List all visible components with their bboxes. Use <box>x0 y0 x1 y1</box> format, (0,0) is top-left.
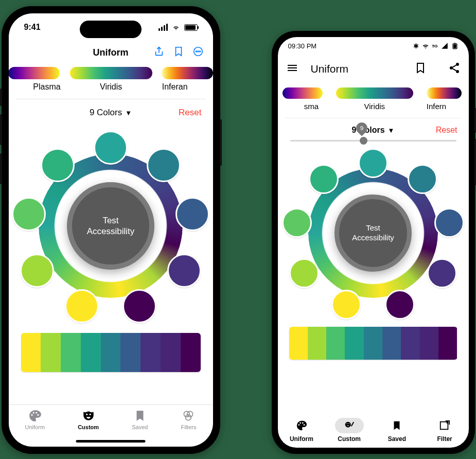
menu-button[interactable] <box>286 62 298 76</box>
swatch[interactable] <box>385 290 415 320</box>
swatch[interactable] <box>331 290 361 320</box>
bookmark-button[interactable] <box>414 62 427 76</box>
cellular-icon <box>158 24 168 31</box>
android-nav-bar: Uniform Custom Saved Filter <box>278 413 469 448</box>
wifi-icon <box>171 24 181 31</box>
palette-preview[interactable] <box>289 327 457 360</box>
battery-icon <box>184 24 198 31</box>
share-button[interactable] <box>153 46 165 59</box>
palette-preview[interactable] <box>21 333 201 372</box>
svg-point-13 <box>345 422 350 428</box>
reset-button[interactable]: Reset <box>436 126 457 135</box>
svg-point-12 <box>456 70 459 73</box>
gradient-carousel[interactable]: Plasma Viridis Inferan <box>9 64 213 92</box>
svg-point-11 <box>450 66 453 69</box>
tab-saved[interactable]: Saved <box>382 418 411 443</box>
gradient-inferno[interactable]: Inferan <box>162 67 188 92</box>
android-app-bar: Uniform <box>278 55 469 83</box>
swatch[interactable] <box>122 289 156 323</box>
tab-custom[interactable]: Custom <box>335 418 364 443</box>
tab-custom[interactable]: Custom <box>78 409 99 436</box>
brush-icon <box>344 420 355 431</box>
gradient-plasma[interactable]: Plasma <box>33 67 60 92</box>
battery-icon <box>451 42 459 49</box>
color-wheel: Test Accessibility <box>9 128 213 324</box>
swatch[interactable] <box>358 148 388 178</box>
mask-icon <box>82 409 95 422</box>
swatch[interactable] <box>408 164 437 194</box>
gradient-plasma[interactable]: sma <box>300 87 323 111</box>
svg-point-5 <box>187 411 193 417</box>
caret-down-icon: ▼ <box>125 109 132 117</box>
svg-rect-8 <box>453 44 456 48</box>
gradient-inferno[interactable]: Infern <box>427 87 446 111</box>
dynamic-island <box>80 21 142 38</box>
gradient-viridis[interactable]: Viridis <box>70 67 152 92</box>
gradient-carousel[interactable]: sma Viridis Infern <box>278 83 469 111</box>
ios-nav-bar: Uniform <box>9 41 213 64</box>
iphone-device-frame: 9:41 Uniform Plasma Viridis <box>2 6 220 454</box>
swatch[interactable] <box>167 254 201 288</box>
android-status-bar: 09:30 PM ✱ 5G <box>278 37 469 55</box>
status-time: 9:41 <box>24 23 41 32</box>
svg-point-10 <box>456 63 459 66</box>
svg-point-1 <box>196 51 197 52</box>
svg-rect-9 <box>454 43 455 44</box>
swatch[interactable] <box>175 197 209 231</box>
test-accessibility-button[interactable]: Test Accessibility <box>67 182 154 270</box>
color-count-dropdown[interactable]: 9 Colors ▼ <box>90 108 132 118</box>
svg-point-2 <box>198 51 199 52</box>
caret-down-icon: ▼ <box>388 127 395 134</box>
share-button[interactable] <box>448 62 461 76</box>
tab-uniform[interactable]: Uniform <box>25 409 45 436</box>
tab-filters[interactable]: Filters <box>181 409 197 436</box>
palette-icon <box>296 420 307 431</box>
swatch[interactable] <box>289 258 319 288</box>
tab-filter[interactable]: Filter <box>430 418 459 443</box>
svg-point-15 <box>348 423 349 424</box>
status-time: 09:30 PM <box>288 42 317 50</box>
palette-icon <box>28 409 42 422</box>
color-count-slider[interactable]: 9 <box>278 138 469 144</box>
page-title: Uniform <box>311 63 349 75</box>
swatch[interactable] <box>434 208 464 238</box>
svg-point-3 <box>199 51 200 52</box>
wifi-icon <box>422 42 429 49</box>
swatch[interactable] <box>65 289 99 323</box>
network-5g-icon: 5G <box>432 44 438 48</box>
slider-thumb[interactable] <box>360 137 367 145</box>
filter-add-icon <box>439 420 450 431</box>
swatch[interactable] <box>147 148 181 182</box>
tab-saved[interactable]: Saved <box>132 409 148 436</box>
test-accessibility-button[interactable]: Test Accessibility <box>334 195 412 272</box>
swatch[interactable] <box>12 197 46 231</box>
swatch[interactable] <box>282 208 312 238</box>
home-indicator[interactable] <box>76 440 146 443</box>
android-device-frame: 09:30 PM ✱ 5G Uniform sma Viridi <box>272 31 475 454</box>
bookmark-icon <box>133 409 147 422</box>
bluetooth-icon: ✱ <box>413 42 419 50</box>
gradient-viridis[interactable]: Viridis <box>336 87 413 111</box>
page-title: Uniform <box>93 47 129 58</box>
tab-uniform[interactable]: Uniform <box>287 418 316 443</box>
bookmark-icon <box>391 420 402 431</box>
swatch[interactable] <box>20 254 54 288</box>
swatch[interactable] <box>309 164 339 194</box>
svg-point-14 <box>346 423 347 424</box>
cellular-icon <box>441 42 448 49</box>
bookmark-button[interactable] <box>173 46 184 59</box>
reset-button[interactable]: Reset <box>179 108 201 118</box>
swatch[interactable] <box>94 131 128 165</box>
swatch[interactable] <box>41 148 75 182</box>
swatch[interactable] <box>427 258 457 288</box>
more-button[interactable] <box>192 46 204 59</box>
filter-icon <box>182 409 195 422</box>
svg-point-6 <box>186 415 191 420</box>
color-wheel: Test Accessibility <box>278 146 469 321</box>
